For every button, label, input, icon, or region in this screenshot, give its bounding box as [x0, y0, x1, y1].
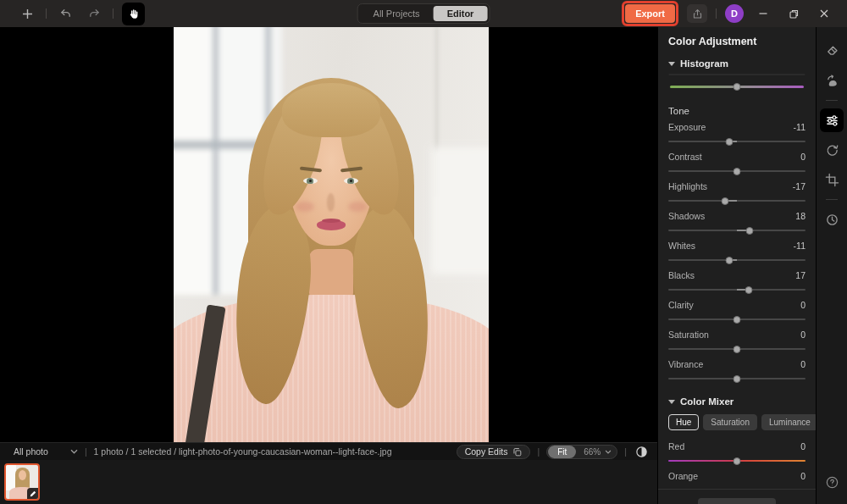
slider-label: Red [668, 441, 684, 451]
undo-button[interactable] [55, 3, 75, 24]
slider-value: 0 [800, 359, 805, 369]
zoom-fit-button[interactable]: Fit [548, 446, 576, 458]
slider-track[interactable] [668, 345, 805, 352]
close-button[interactable] [813, 3, 835, 25]
chevron-down-icon [70, 449, 78, 454]
slider-track[interactable] [668, 226, 805, 234]
color-adjustment-panel: Color Adjustment Histogram ISO - - mm f … [657, 27, 816, 504]
tone-slider-exposure: Exposure-11 [668, 118, 805, 147]
slider-label: Whites [668, 241, 695, 251]
divider: | [537, 446, 540, 457]
photo-nose [327, 193, 335, 212]
histogram-section-toggle[interactable]: Histogram [668, 55, 805, 74]
photo-neck [309, 249, 353, 302]
retouch-tool-button[interactable] [820, 69, 844, 92]
zoom-level-value: 66% [584, 447, 601, 457]
divider [826, 199, 838, 200]
copy-edits-button[interactable]: Copy Edits [457, 445, 531, 459]
thumb-face [19, 470, 26, 480]
color-mixer-section-toggle[interactable]: Color Mixer [668, 390, 805, 412]
slider-track[interactable] [668, 197, 805, 204]
tab-editor[interactable]: Editor [434, 6, 488, 21]
before-after-toggle[interactable] [634, 444, 649, 459]
export-button[interactable]: Export [625, 4, 675, 23]
titlebar-tools [0, 3, 145, 25]
slider-thumb[interactable] [726, 138, 734, 146]
slider-track[interactable] [668, 285, 805, 293]
slider-thumb[interactable] [734, 457, 741, 465]
eraser-tool-button[interactable] [820, 39, 844, 63]
slider-track[interactable] [668, 256, 805, 263]
slider-value: 0 [800, 330, 805, 340]
slider-thumb[interactable] [745, 286, 752, 294]
history-icon [825, 213, 839, 227]
restore-button[interactable] [783, 3, 805, 25]
photo-eye [344, 178, 358, 184]
slider-thumb[interactable] [734, 375, 741, 383]
color-mixer-sliders: Red0Orange0 [668, 437, 805, 489]
photo-filter-dropdown[interactable]: All photo [8, 446, 78, 457]
help-button[interactable] [820, 470, 844, 494]
slider-track[interactable] [668, 167, 805, 174]
slider-thumb[interactable] [726, 257, 734, 264]
slider-thumb[interactable] [734, 346, 741, 353]
add-project-button[interactable] [17, 3, 37, 24]
pencil-icon [30, 490, 36, 497]
zoom-control: Fit 66% [546, 445, 617, 459]
zoom-level-dropdown[interactable]: 66% [577, 447, 617, 457]
slider-label: Blacks [668, 270, 695, 280]
history-tool-button[interactable] [820, 208, 844, 231]
slider-thumb[interactable] [745, 227, 753, 235]
slider-label: Exposure [668, 122, 706, 132]
sync-button[interactable]: Sync [698, 498, 776, 504]
slider-track[interactable] [668, 137, 805, 145]
tint-slider-track[interactable] [670, 86, 804, 88]
histogram-section-label: Histogram [680, 58, 728, 69]
slider-track[interactable] [668, 457, 805, 464]
mixer-tab-saturation[interactable]: Saturation [703, 414, 757, 430]
crop-tool-button[interactable] [820, 168, 844, 191]
photo-thumbnail-selected[interactable] [4, 463, 40, 501]
canvas-column: All photo | 1 photo / 1 selected / light… [0, 27, 657, 504]
mixer-tab-hue[interactable]: Hue [668, 414, 699, 430]
hand-tool-button[interactable] [122, 3, 145, 25]
tab-all-projects[interactable]: All Projects [360, 6, 434, 21]
slider-track[interactable] [668, 374, 805, 382]
tone-sliders: Exposure-11Contrast0Highlights-17Shadows… [668, 118, 805, 385]
share-button[interactable] [687, 4, 707, 23]
minimize-icon [758, 8, 768, 19]
tone-slider-vibrance: Vibrance0 [668, 355, 805, 385]
slider-track[interactable] [668, 315, 805, 323]
slider-value: 18 [795, 211, 805, 221]
adjustments-icon [825, 114, 839, 128]
help-icon [825, 475, 839, 490]
photo-window-right [431, 147, 489, 274]
photo-cheek [348, 202, 367, 212]
tone-slider-highlights: Highlights-17 [668, 177, 805, 207]
adjustments-tool-button[interactable] [820, 108, 844, 132]
editor-canvas[interactable] [0, 27, 657, 442]
divider [826, 100, 838, 101]
slider-label: Shadows [668, 211, 705, 221]
panel-footer: Sync [658, 489, 816, 504]
panel-title: Color Adjustment [668, 27, 805, 55]
redo-button[interactable] [84, 3, 104, 24]
mixer-tab-luminance[interactable]: Luminance [761, 414, 816, 430]
tone-slider-contrast: Contrast0 [668, 147, 805, 177]
photo-filter-label: All photo [14, 446, 48, 457]
color-mixer-tabs: HueSaturationLuminance [668, 412, 805, 437]
chevron-down-icon [605, 450, 612, 454]
slider-label: Contrast [668, 152, 702, 162]
slider-thumb[interactable] [734, 316, 741, 324]
user-avatar[interactable]: D [725, 4, 744, 23]
tool-sidebar [816, 27, 847, 504]
photo[interactable] [174, 27, 489, 442]
slider-thumb[interactable] [722, 197, 729, 205]
color-refresh-tool-button[interactable] [820, 138, 844, 162]
minimize-button[interactable] [752, 3, 774, 25]
divider: | [624, 446, 627, 457]
divider [46, 8, 47, 19]
slider-thumb[interactable] [734, 168, 741, 175]
copy-edits-label: Copy Edits [465, 446, 508, 457]
tint-slider-thumb[interactable] [734, 83, 741, 91]
